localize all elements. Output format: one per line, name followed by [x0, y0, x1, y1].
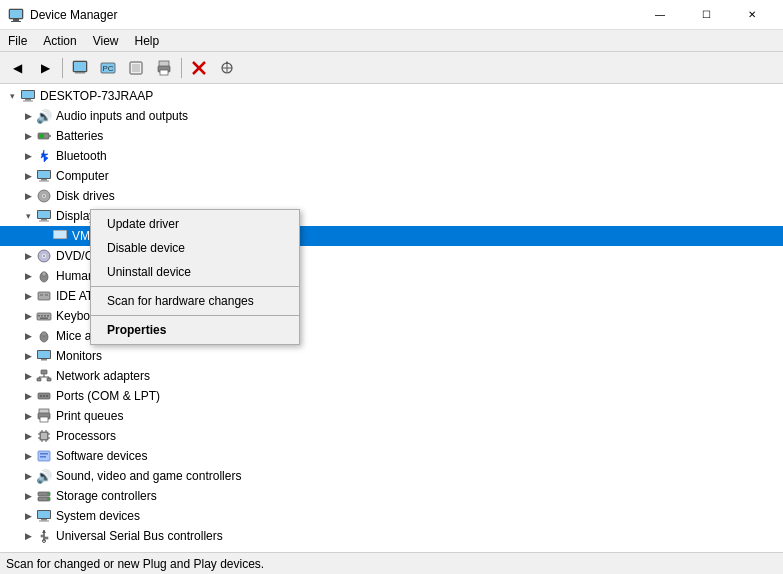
print-toggle[interactable]: ▶	[20, 406, 36, 426]
menu-bar: File Action View Help	[0, 30, 783, 52]
software-toggle[interactable]: ▶	[20, 446, 36, 466]
toolbar-properties[interactable]	[67, 55, 93, 81]
print-label: Print queues	[56, 409, 123, 423]
toolbar-remove[interactable]	[186, 55, 212, 81]
svg-rect-32	[38, 211, 50, 218]
print-icon	[36, 408, 52, 424]
batteries-toggle[interactable]: ▶	[20, 126, 36, 146]
monitors-icon	[36, 348, 52, 364]
tree-item-software[interactable]: ▶ Software devices	[0, 446, 783, 466]
hid-icon	[36, 268, 52, 284]
disk-toggle[interactable]: ▶	[20, 186, 36, 206]
ide-icon	[36, 288, 52, 304]
tree-item-print[interactable]: ▶ Print queues	[0, 406, 783, 426]
context-disable-device[interactable]: Disable device	[91, 236, 299, 260]
toolbar-back[interactable]: ◀	[4, 55, 30, 81]
mice-toggle[interactable]: ▶	[20, 326, 36, 346]
toolbar-update-driver[interactable]: PC	[95, 55, 121, 81]
svg-rect-47	[41, 315, 43, 317]
root-toggle[interactable]: ▾	[4, 86, 20, 106]
svg-rect-89	[38, 511, 50, 518]
menu-file[interactable]: File	[0, 32, 35, 50]
svg-rect-49	[47, 315, 49, 317]
tree-item-system[interactable]: ▶ System devices	[0, 506, 783, 526]
svg-rect-13	[160, 70, 168, 75]
batteries-icon	[36, 128, 52, 144]
context-scan-hardware[interactable]: Scan for hardware changes	[91, 289, 299, 313]
context-properties[interactable]: Properties	[91, 318, 299, 342]
system-label: System devices	[56, 509, 140, 523]
svg-rect-26	[41, 179, 47, 181]
tree-item-network[interactable]: ▶ Network adapters	[0, 366, 783, 386]
svg-text:PC: PC	[102, 64, 113, 73]
tree-item-processors[interactable]: ▶ Processors	[0, 426, 783, 446]
keyboards-toggle[interactable]: ▶	[20, 306, 36, 326]
tree-item-batteries[interactable]: ▶ Batteries	[0, 126, 783, 146]
tree-item-monitors[interactable]: ▶ Monitors	[0, 346, 783, 366]
ide-toggle[interactable]: ▶	[20, 286, 36, 306]
processors-icon	[36, 428, 52, 444]
context-uninstall-device[interactable]: Uninstall device	[91, 260, 299, 284]
maximize-button[interactable]: ☐	[683, 0, 729, 30]
monitors-toggle[interactable]: ▶	[20, 346, 36, 366]
menu-help[interactable]: Help	[127, 32, 168, 50]
dvd-icon	[36, 248, 52, 264]
svg-rect-42	[38, 292, 50, 300]
svg-point-66	[43, 395, 45, 397]
tree-item-sound[interactable]: ▶ 🔊 Sound, video and game controllers	[0, 466, 783, 486]
dvd-toggle[interactable]: ▶	[20, 246, 36, 266]
minimize-button[interactable]: —	[637, 0, 683, 30]
svg-rect-34	[39, 221, 49, 222]
svg-rect-22	[49, 135, 51, 137]
tree-item-disk[interactable]: ▶ Disk drives	[0, 186, 783, 206]
context-sep-2	[91, 315, 299, 316]
toolbar-show-hidden[interactable]	[123, 55, 149, 81]
ports-icon	[36, 388, 52, 404]
menu-view[interactable]: View	[85, 32, 127, 50]
toolbar-forward[interactable]: ▶	[32, 55, 58, 81]
ports-toggle[interactable]: ▶	[20, 386, 36, 406]
svg-rect-48	[44, 315, 46, 317]
audio-icon: 🔊	[36, 108, 52, 124]
processors-toggle[interactable]: ▶	[20, 426, 36, 446]
context-update-driver[interactable]: Update driver	[91, 212, 299, 236]
svg-rect-5	[74, 62, 86, 71]
svg-rect-55	[38, 351, 50, 358]
computer-icon2	[36, 168, 52, 184]
tree-root[interactable]: ▾ DESKTOP-73JRAAP	[0, 86, 783, 106]
hid-toggle[interactable]: ▶	[20, 266, 36, 286]
bluetooth-toggle[interactable]: ▶	[20, 146, 36, 166]
tree-item-ports[interactable]: ▶ Ports (COM & LPT)	[0, 386, 783, 406]
sound-toggle[interactable]: ▶	[20, 466, 36, 486]
tree-item-usb[interactable]: ▶ Universal Serial Bus controllers	[0, 526, 783, 546]
display-toggle[interactable]: ▾	[20, 206, 36, 226]
svg-rect-58	[37, 378, 41, 381]
audio-toggle[interactable]: ▶	[20, 106, 36, 126]
tree-item-computer[interactable]: ▶ Computer	[0, 166, 783, 186]
network-toggle[interactable]: ▶	[20, 366, 36, 386]
root-label: DESKTOP-73JRAAP	[40, 89, 153, 103]
monitors-label: Monitors	[56, 349, 102, 363]
window-title: Device Manager	[30, 8, 637, 22]
svg-rect-23	[39, 134, 44, 138]
storage-toggle[interactable]: ▶	[20, 486, 36, 506]
main-content[interactable]: ▾ DESKTOP-73JRAAP ▶ 🔊 Audio inputs and o…	[0, 84, 783, 552]
tree-item-audio[interactable]: ▶ 🔊 Audio inputs and outputs	[0, 106, 783, 126]
toolbar-print[interactable]	[151, 55, 177, 81]
menu-action[interactable]: Action	[35, 32, 84, 50]
svg-rect-44	[45, 294, 48, 296]
context-sep-1	[91, 286, 299, 287]
processors-label: Processors	[56, 429, 116, 443]
tree-item-storage[interactable]: ▶ Storage controllers	[0, 486, 783, 506]
context-menu: Update driver Disable device Uninstall d…	[90, 209, 300, 345]
computer-toggle[interactable]: ▶	[20, 166, 36, 186]
svg-rect-90	[41, 519, 47, 521]
system-toggle[interactable]: ▶	[20, 506, 36, 526]
usb-toggle[interactable]: ▶	[20, 526, 36, 546]
tree-item-bluetooth[interactable]: ▶ Bluetooth	[0, 146, 783, 166]
svg-rect-46	[38, 315, 40, 317]
close-button[interactable]: ✕	[729, 0, 775, 30]
toolbar-scan[interactable]	[214, 55, 240, 81]
svg-rect-25	[38, 171, 50, 178]
audio-label: Audio inputs and outputs	[56, 109, 188, 123]
